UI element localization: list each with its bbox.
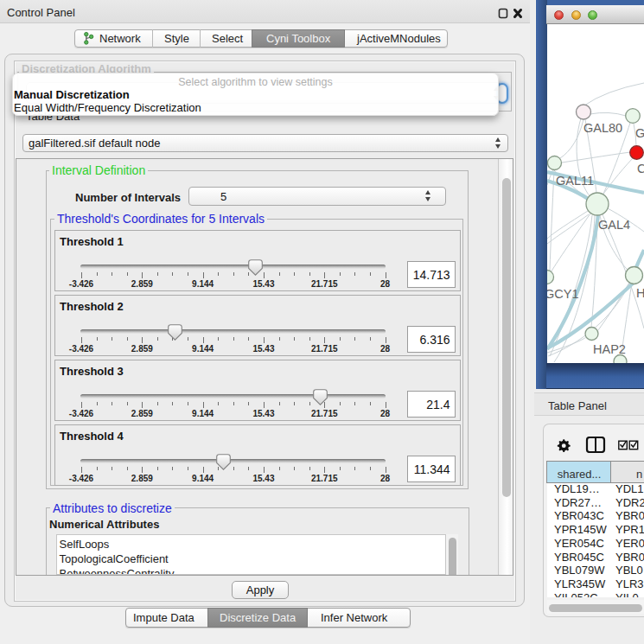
svg-text:GA: GA [635, 126, 644, 140]
svg-text:C: C [637, 162, 644, 175]
svg-text:GAL4: GAL4 [598, 218, 630, 232]
svg-text:H: H [636, 286, 644, 300]
svg-text:HAP2: HAP2 [593, 342, 626, 356]
svg-text:GAL11: GAL11 [556, 174, 594, 188]
svg-text:GAL80: GAL80 [583, 121, 622, 135]
svg-text:GCY1: GCY1 [547, 287, 579, 301]
